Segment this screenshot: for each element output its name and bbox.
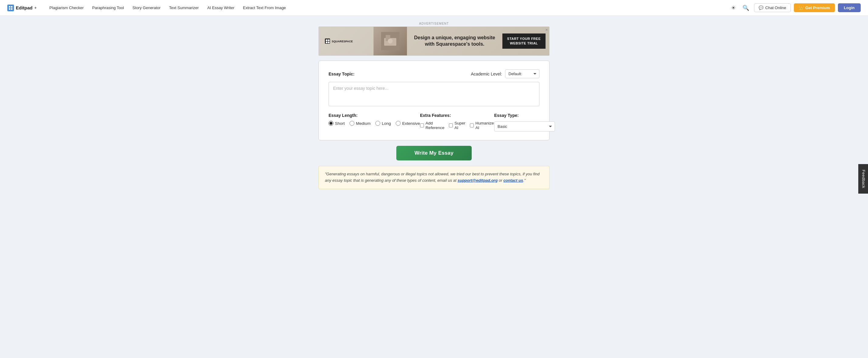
svg-rect-5: [326, 39, 328, 41]
length-medium[interactable]: Medium: [349, 121, 370, 126]
length-long-radio[interactable]: [375, 121, 380, 126]
form-bottom-row: Essay Length: Short Medium Long: [329, 113, 539, 132]
ad-banner: SQUARESPACE Design a unique, engaging we…: [318, 26, 550, 56]
disclaimer-text-suffix: .": [523, 178, 525, 183]
svg-text:SQUARESPACE: SQUARESPACE: [332, 40, 352, 43]
theme-toggle-button[interactable]: ☀: [729, 3, 738, 13]
nav-link-paraphrasing-tool[interactable]: Paraphrasing Tool: [88, 0, 128, 16]
navbar: Editpad + Plagiarism Checker Paraphrasin…: [0, 0, 868, 16]
extra-features-checkbox-group: Add Reference Super AI Humanize AI: [420, 121, 494, 130]
humanize-ai-label: Humanize AI: [475, 121, 494, 130]
svg-rect-6: [328, 39, 330, 41]
length-extensive[interactable]: Extensive: [396, 121, 420, 126]
extra-features-section: Extra Features: Add Reference Super AI H…: [420, 113, 494, 130]
nav-right: ☀ 🔍 💬 Chat Online 👑 Get Premium Login: [729, 3, 861, 13]
ad-headline: Design a unique, engaging websitewith Sq…: [413, 35, 496, 48]
add-reference-checkbox[interactable]: [420, 123, 424, 128]
feedback-tab[interactable]: Feedback: [858, 164, 868, 194]
feature-super-ai[interactable]: Super AI: [449, 121, 466, 130]
logo-icon: [7, 5, 14, 11]
form-top-row: Essay Topic: Academic Level: Default: Hi…: [329, 70, 539, 78]
nav-link-text-summarizer[interactable]: Text Summarizer: [165, 0, 203, 16]
logo[interactable]: Editpad +: [7, 5, 37, 11]
essay-topic-input[interactable]: [329, 82, 539, 106]
length-short-radio[interactable]: [329, 121, 333, 126]
chat-label: Chat Online: [765, 5, 786, 10]
essay-length-label: Essay Length:: [329, 113, 420, 118]
svg-point-13: [388, 39, 393, 44]
super-ai-label: Super AI: [454, 121, 466, 130]
premium-label: Get Premium: [805, 5, 830, 10]
add-reference-label: Add Reference: [426, 121, 445, 130]
ad-label: ADVERTISEMENT: [318, 22, 550, 25]
svg-rect-1: [11, 6, 12, 8]
academic-level-select[interactable]: Default: High School College University …: [505, 70, 539, 78]
crown-icon: 👑: [799, 5, 804, 10]
search-icon: 🔍: [742, 5, 749, 11]
essay-type-section: Essay Type: Basic Argumentative Descript…: [494, 113, 555, 132]
svg-rect-2: [9, 8, 10, 10]
length-short-label: Short: [335, 121, 345, 126]
essay-topic-label: Essay Topic:: [329, 72, 354, 76]
feature-humanize-ai[interactable]: Humanize AI: [470, 121, 494, 130]
svg-rect-8: [328, 42, 330, 43]
disclaimer-text-middle: or: [498, 178, 503, 183]
length-medium-label: Medium: [356, 121, 370, 126]
chat-icon: 💬: [758, 5, 764, 10]
essay-type-select[interactable]: Basic Argumentative Descriptive Exposito…: [494, 121, 555, 132]
academic-level-label: Academic Level:: [471, 72, 502, 76]
essay-type-label: Essay Type:: [494, 113, 555, 118]
length-long-label: Long: [382, 121, 391, 126]
ad-close-button[interactable]: ✕: [545, 28, 548, 32]
essay-length-section: Essay Length: Short Medium Long: [329, 113, 420, 126]
svg-rect-3: [11, 8, 12, 10]
length-medium-radio[interactable]: [349, 121, 354, 126]
humanize-ai-checkbox[interactable]: [470, 123, 474, 128]
nav-link-ai-essay-writer[interactable]: AI Essay Writer: [203, 0, 239, 16]
logo-text: Editpad: [16, 5, 33, 10]
write-button-container: Write My Essay: [396, 146, 472, 160]
nav-link-plagiarism-checker[interactable]: Plagiarism Checker: [45, 0, 88, 16]
nav-link-story-generator[interactable]: Story Generator: [128, 0, 165, 16]
search-button[interactable]: 🔍: [741, 3, 751, 13]
ad-text: Design a unique, engaging websitewith Sq…: [407, 35, 502, 48]
length-extensive-radio[interactable]: [396, 121, 401, 126]
disclaimer-email-link[interactable]: support@editpad.org: [457, 178, 498, 183]
nav-link-extract-text[interactable]: Extract Text From Image: [239, 0, 290, 16]
length-extensive-label: Extensive: [402, 121, 420, 126]
super-ai-checkbox[interactable]: [449, 123, 453, 128]
logo-plus: +: [34, 5, 37, 10]
write-essay-button[interactable]: Write My Essay: [396, 146, 472, 160]
academic-level-row: Academic Level: Default: High School Col…: [471, 70, 539, 78]
disclaimer-box: "Generating essays on harmful, dangerous…: [318, 166, 550, 189]
ad-cta-button[interactable]: START YOUR FREEWEBSITE TRIAL: [502, 33, 546, 49]
length-long[interactable]: Long: [375, 121, 391, 126]
advertisement-section: ADVERTISEMENT SQUARESPACE: [318, 22, 550, 56]
essay-length-radio-group: Short Medium Long Extensive: [329, 121, 420, 126]
login-button[interactable]: Login: [838, 3, 861, 12]
svg-rect-7: [326, 42, 328, 43]
get-premium-button[interactable]: 👑 Get Premium: [794, 3, 835, 12]
length-short[interactable]: Short: [329, 121, 345, 126]
nav-links: Plagiarism Checker Paraphrasing Tool Sto…: [45, 0, 729, 16]
ad-image: [374, 26, 407, 56]
ad-squarespace-logo: SQUARESPACE: [319, 32, 374, 50]
feature-add-reference[interactable]: Add Reference: [420, 121, 445, 130]
chat-online-button[interactable]: 💬 Chat Online: [754, 3, 791, 12]
essay-form-card: Essay Topic: Academic Level: Default: Hi…: [318, 61, 550, 140]
extra-features-label: Extra Features:: [420, 113, 494, 118]
svg-rect-0: [9, 6, 10, 8]
sun-icon: ☀: [731, 5, 736, 11]
disclaimer-contact-link[interactable]: contact us: [503, 178, 523, 183]
page-content: ADVERTISEMENT SQUARESPACE: [0, 16, 868, 195]
